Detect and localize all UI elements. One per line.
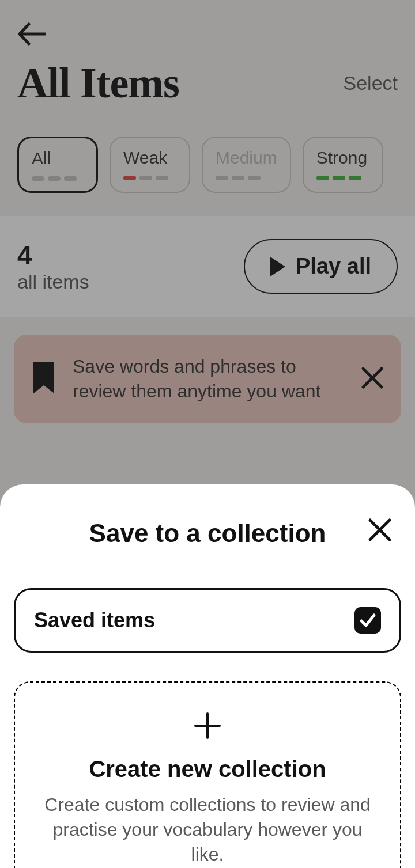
create-collection-description: Create custom collections to review and … [38,793,377,867]
plus-icon [38,710,377,744]
save-collection-sheet: Save to a collection Saved items Create … [0,484,415,868]
create-collection-title: Create new collection [38,756,377,782]
sheet-title: Save to a collection [14,519,401,548]
sheet-close-button[interactable] [367,517,393,545]
checkbox-checked-icon [354,607,381,634]
create-collection-button[interactable]: Create new collection Create custom coll… [14,681,401,868]
collection-option-saved-items[interactable]: Saved items [14,588,401,653]
collection-name: Saved items [34,608,155,632]
